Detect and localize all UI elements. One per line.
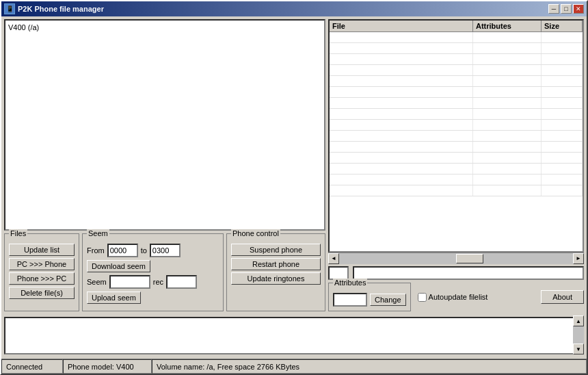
- file-tree[interactable]: V400 (/a): [4, 19, 325, 231]
- update-list-button[interactable]: Update list: [9, 244, 75, 256]
- rec-label: rec: [153, 278, 163, 286]
- maximize-button[interactable]: □: [561, 4, 572, 14]
- files-group: Files Update list PC >>> Phone Phone >>>…: [4, 233, 79, 311]
- log-scroll-down[interactable]: ▼: [573, 344, 584, 354]
- autoupdate-checkbox[interactable]: [418, 293, 427, 302]
- seem-group-label: Seem: [87, 229, 109, 237]
- table-row: [330, 142, 583, 153]
- minimize-button[interactable]: ─: [548, 4, 559, 14]
- status-volume-info: Volume name: /a, Free space 2766 KBytes: [152, 359, 587, 374]
- main-area: V400 (/a) Files Update list PC >>> Phone…: [4, 19, 584, 311]
- attributes-input[interactable]: [333, 293, 367, 307]
- table-row: [330, 87, 583, 98]
- table-row: [330, 164, 583, 174]
- col-file: File: [330, 21, 473, 31]
- attributes-group-label: Attributes: [333, 279, 367, 287]
- window-title: P2K Phone file manager: [18, 5, 104, 13]
- status-phone-model: Phone model: V400: [63, 359, 152, 374]
- seem-value-input[interactable]: [109, 275, 150, 289]
- table-row: [330, 65, 583, 76]
- files-group-label: Files: [9, 229, 27, 237]
- path-indicator: [353, 266, 584, 280]
- rec-input[interactable]: [166, 275, 197, 289]
- status-connected: Connected: [1, 359, 63, 374]
- file-tree-root: V400 (/a): [8, 23, 321, 31]
- phone-control-group: Phone control Suspend phone Restart phon…: [226, 233, 325, 311]
- table-row: [330, 185, 583, 196]
- download-seem-row: Download seem: [87, 260, 219, 272]
- download-seem-button[interactable]: Download seem: [87, 260, 150, 272]
- progress-indicator: [328, 266, 349, 280]
- scroll-left-button[interactable]: ◄: [328, 253, 339, 264]
- phone-control-label: Phone control: [231, 229, 280, 237]
- table-row: [330, 98, 583, 109]
- controls-area: Files Update list PC >>> Phone Phone >>>…: [4, 233, 325, 311]
- left-panel: V400 (/a) Files Update list PC >>> Phone…: [4, 19, 325, 311]
- close-button[interactable]: ✕: [573, 4, 584, 14]
- table-row: [330, 43, 583, 54]
- status-bar: Connected Phone model: V400 Volume name:…: [1, 359, 587, 374]
- horizontal-scrollbar[interactable]: ◄ ►: [328, 253, 584, 263]
- log-area-container: ▲ ▼: [4, 315, 584, 354]
- seem-from-row: From to: [87, 244, 219, 257]
- table-row: [330, 109, 583, 120]
- seem-group: Seem From to Download seem Seem: [82, 233, 224, 311]
- restart-phone-button[interactable]: Restart phone: [231, 258, 321, 270]
- table-row: [330, 54, 583, 65]
- window-content: V400 (/a) Files Update list PC >>> Phone…: [1, 16, 587, 357]
- title-bar: 📱 P2K Phone file manager ─ □ ✕: [1, 1, 587, 16]
- table-row: [330, 174, 583, 185]
- col-size: Size: [542, 21, 583, 31]
- pc-to-phone-button[interactable]: PC >>> Phone: [9, 258, 75, 270]
- log-scroll-up[interactable]: ▲: [573, 315, 584, 326]
- table-row: [330, 76, 583, 87]
- file-list-body[interactable]: [330, 32, 583, 251]
- file-list[interactable]: File Attributes Size: [328, 19, 584, 253]
- upload-seem-row: Upload seem: [87, 292, 219, 304]
- suspend-phone-button[interactable]: Suspend phone: [231, 244, 321, 256]
- delete-files-button[interactable]: Delete file(s): [9, 287, 75, 299]
- table-row: [330, 32, 583, 43]
- log-scrollbar[interactable]: ▲ ▼: [573, 315, 584, 354]
- log-area[interactable]: [4, 317, 584, 354]
- file-list-header: File Attributes Size: [330, 21, 583, 32]
- table-row: [330, 131, 583, 142]
- title-bar-left: 📱 P2K Phone file manager: [4, 3, 104, 14]
- table-row: [330, 153, 583, 164]
- right-panel: File Attributes Size: [328, 19, 584, 311]
- scrollbar-thumb[interactable]: [456, 254, 483, 263]
- update-ringtones-button[interactable]: Update ringtones: [231, 272, 321, 285]
- from-input[interactable]: [107, 244, 138, 257]
- log-scroll-track[interactable]: [573, 326, 584, 344]
- col-attributes: Attributes: [473, 21, 542, 31]
- title-buttons: ─ □ ✕: [548, 4, 584, 14]
- upload-seem-button[interactable]: Upload seem: [87, 292, 141, 304]
- change-button[interactable]: Change: [370, 294, 406, 306]
- to-input[interactable]: [150, 244, 181, 257]
- from-label: From: [87, 246, 105, 255]
- seem-label: Seem: [87, 278, 107, 286]
- autoupdate-label: Autoupdate filelist: [429, 293, 488, 301]
- main-window: 📱 P2K Phone file manager ─ □ ✕ V400 (/a)…: [0, 0, 588, 375]
- phone-to-pc-button[interactable]: Phone >>> PC: [9, 272, 75, 285]
- scrollbar-track[interactable]: [339, 253, 573, 264]
- about-button[interactable]: About: [541, 290, 584, 304]
- app-icon: 📱: [4, 3, 15, 14]
- attributes-group: Attributes Change: [328, 283, 411, 311]
- to-label: to: [141, 246, 147, 255]
- seem-upload-row: Seem rec: [87, 275, 219, 289]
- table-row: [330, 120, 583, 131]
- scroll-right-button[interactable]: ►: [573, 253, 584, 264]
